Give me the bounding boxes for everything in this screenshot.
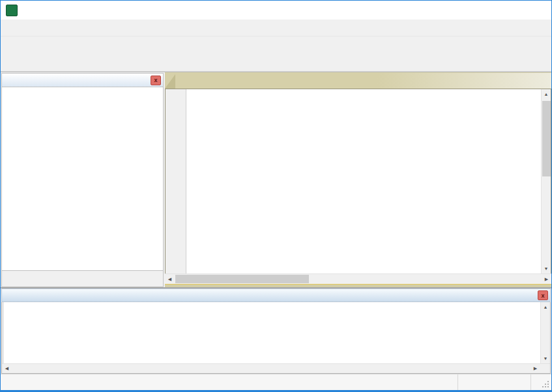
fold-margin — [186, 89, 195, 273]
editor-vertical-scrollbar[interactable]: ▲ ▼ — [541, 89, 551, 273]
build-output-text[interactable] — [2, 302, 540, 363]
project-panel-header: x — [1, 73, 164, 87]
close-build-output-button[interactable]: x — [538, 290, 548, 300]
status-bar — [1, 374, 551, 390]
title-bar — [1, 1, 551, 20]
file-toolbar — [1, 36, 551, 54]
close-project-panel-button[interactable]: x — [151, 76, 161, 85]
build-output-panel: x ▲ ▼ ◀ ▶ — [1, 287, 551, 374]
build-output-vertical-scrollbar[interactable]: ▲ ▼ — [540, 302, 550, 363]
line-number-gutter — [166, 89, 186, 273]
pin-icon[interactable] — [525, 290, 534, 300]
project-panel-tabs — [1, 271, 164, 287]
tabbar-wedge — [165, 74, 175, 89]
resize-grip[interactable] — [530, 374, 551, 390]
build-output-horizontal-scrollbar[interactable]: ◀ ▶ — [2, 363, 540, 373]
editor-area: ▲ ▼ ◀ ▶ — [165, 72, 551, 287]
document-tab-bar — [165, 73, 551, 89]
menu-bar — [1, 20, 551, 36]
project-tree — [1, 87, 164, 271]
app-icon — [6, 5, 18, 16]
build-output-header: x — [1, 288, 551, 302]
uvision-window: x ▲ ▼ ◀ ▶ — [0, 0, 552, 392]
scroll-right-icon[interactable]: ▶ — [530, 364, 540, 374]
scroll-down-icon[interactable]: ▼ — [542, 264, 551, 273]
editor-horizontal-scrollbar[interactable]: ◀ ▶ — [165, 273, 551, 284]
project-panel: x — [1, 72, 164, 287]
status-simulation — [458, 374, 530, 390]
scroll-left-icon[interactable]: ◀ — [2, 364, 12, 374]
build-toolbar — [1, 54, 551, 72]
pin-icon[interactable] — [138, 76, 147, 85]
scroll-down-icon[interactable]: ▼ — [541, 354, 550, 363]
editor-vscroll-thumb[interactable] — [542, 101, 551, 176]
code-view: ▲ ▼ — [165, 89, 551, 273]
code-text[interactable] — [195, 89, 541, 273]
scroll-up-icon[interactable]: ▲ — [541, 302, 550, 312]
scroll-up-icon[interactable]: ▲ — [542, 89, 551, 99]
scrollbar-corner — [540, 363, 550, 373]
scroll-left-icon[interactable]: ◀ — [165, 274, 175, 284]
status-message-area — [1, 374, 458, 390]
editor-hscroll-thumb[interactable] — [175, 275, 309, 283]
scroll-right-icon[interactable]: ▶ — [542, 274, 551, 284]
